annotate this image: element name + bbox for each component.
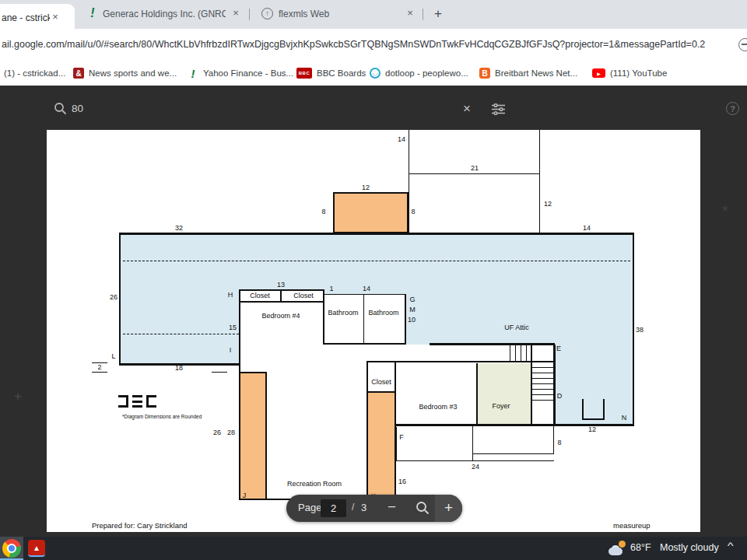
dimension-label: 8	[321, 208, 325, 215]
dimension-label: 32	[175, 224, 183, 232]
star-faint-icon[interactable]: ★	[721, 202, 730, 214]
measureup-logo-icon	[118, 395, 157, 409]
dimension-label: 2	[97, 363, 101, 371]
brand-text: measureup	[613, 521, 651, 530]
room-label: Bedroom #3	[419, 403, 457, 411]
magnifier-icon[interactable]	[416, 501, 430, 515]
wall-line	[521, 345, 521, 362]
wall-line	[531, 378, 553, 379]
wall-line	[531, 383, 553, 384]
room-fill	[366, 391, 396, 500]
room-label: Closet	[371, 378, 391, 386]
zoom-in-faint-icon[interactable]: +	[14, 389, 22, 404]
dimension-label: 10	[408, 316, 416, 324]
wall-line	[396, 427, 397, 461]
dimension-label: H	[228, 291, 233, 299]
attic-dashed-line	[123, 261, 630, 261]
dimension-label: 18	[175, 364, 183, 372]
bookmark-cstrickad[interactable]: (1) - cstrickad...	[4, 66, 65, 80]
wall-line	[553, 426, 554, 454]
logo-glyph	[118, 395, 128, 408]
search-filter-icon[interactable]	[492, 103, 505, 115]
zoom-out-button[interactable]: −	[388, 499, 396, 516]
chrome-taskbar-slot[interactable]	[0, 537, 23, 560]
tab-separator	[249, 9, 250, 20]
wall-line	[430, 343, 555, 345]
weather-condition-text[interactable]: Mostly cloudy	[660, 542, 719, 553]
wall-line	[553, 345, 556, 426]
wall-line	[472, 426, 473, 461]
room-label: Closet	[250, 292, 270, 299]
room-label: Closet	[293, 292, 314, 299]
wall-line	[531, 373, 553, 373]
ampersand-icon: &	[73, 68, 84, 79]
weather-icon[interactable]	[608, 540, 627, 557]
tab-close-icon[interactable]: ×	[404, 7, 416, 19]
document-page: 1421121432128826131141538101822628128241…	[47, 130, 700, 532]
dimension-label: 12	[588, 425, 596, 433]
dimension-label: 26	[213, 429, 221, 436]
url-bar[interactable]: ail.google.com/mail/u/0/#search/80/WhctK…	[0, 29, 747, 61]
search-icon	[54, 102, 67, 115]
wall-line	[323, 289, 324, 345]
tab-generac-title: Generac Holdings Inc. (GNRC) S	[103, 9, 226, 19]
youtube-icon: ▶	[592, 68, 605, 78]
prepared-for-text: Prepared for: Cary Strickland	[92, 521, 188, 530]
yahoo-finance-icon: !	[188, 68, 198, 79]
page-number-input[interactable]: 2	[321, 499, 346, 517]
tab-flexmls-title: flexmls Web	[279, 9, 395, 19]
close-search-icon[interactable]: ×	[463, 101, 471, 117]
url-action-icon[interactable]	[738, 38, 747, 51]
dimension-label: 8	[557, 439, 561, 446]
breitbart-icon: B	[479, 68, 490, 79]
bookmark-bbc[interactable]: BBCBBC Boards	[296, 66, 366, 80]
acrobat-icon[interactable]: ▲	[28, 540, 45, 557]
wall-line	[366, 361, 368, 500]
wall-line	[603, 399, 605, 420]
room-fill	[119, 233, 239, 366]
bookmark-yahoo-finance[interactable]: !Yahoo Finance - Bus...	[188, 66, 293, 80]
wall-line	[239, 301, 324, 303]
bookmark-news[interactable]: &News sports and we...	[73, 66, 177, 80]
help-icon[interactable]: ?	[726, 102, 739, 115]
dimension-label: 12	[362, 184, 370, 191]
wall-line	[515, 345, 516, 362]
dimension-label: 8	[411, 208, 415, 215]
chrome-icon[interactable]	[2, 539, 21, 558]
tab-gmail[interactable]: ane - cstricka ×	[0, 4, 75, 29]
tab-strip: ane - cstricka × ! Generac Holdings Inc.…	[0, 0, 747, 29]
wall-line	[239, 289, 324, 291]
dimension-label: 21	[471, 164, 479, 172]
wall-line	[405, 294, 406, 345]
yahoo-finance-favicon-icon: !	[87, 6, 98, 20]
bookmark-dotloop[interactable]: ◡dotloop - peoplewo...	[370, 66, 468, 80]
room-label: Recreation Room	[287, 480, 342, 488]
dimension-label: 16	[398, 478, 406, 485]
room-label: Foyer	[492, 402, 510, 410]
attic-dashed-line	[123, 334, 239, 334]
page-separator: /	[352, 502, 354, 513]
url-text[interactable]: ail.google.com/mail/u/0/#search/80/WhctK…	[2, 39, 705, 50]
wall-line	[582, 399, 584, 420]
show-hidden-icons-chevron[interactable]: ^	[728, 541, 734, 551]
bookmark-youtube[interactable]: ▶(111) YouTube	[592, 66, 667, 80]
wall-line	[531, 367, 553, 368]
tab-close-icon[interactable]: ×	[49, 11, 61, 23]
attachment-viewer-overlay: 80 × ? + ★ 14211214321288261311415381018…	[0, 86, 747, 537]
wall-line	[531, 389, 553, 390]
room-fill	[333, 192, 409, 233]
dimension-label: 38	[636, 326, 644, 334]
search-input[interactable]: 80	[72, 103, 83, 114]
wall-line	[323, 343, 406, 345]
page-label: Page	[298, 502, 321, 513]
bookmark-breitbart[interactable]: BBreitbart News Net...	[479, 66, 577, 80]
dimension-label: M	[409, 306, 416, 313]
zoom-in-button[interactable]: +	[435, 495, 462, 522]
bookmarks-bar: (1) - cstrickad... &News sports and we..…	[0, 61, 747, 86]
temperature-text[interactable]: 68°F	[630, 542, 651, 553]
dimension-label: 12	[544, 200, 552, 208]
bbc-icon: BBC	[296, 68, 312, 79]
tab-close-icon[interactable]: ×	[230, 7, 242, 19]
wall-line	[363, 294, 364, 345]
new-tab-button[interactable]: +	[430, 6, 446, 22]
